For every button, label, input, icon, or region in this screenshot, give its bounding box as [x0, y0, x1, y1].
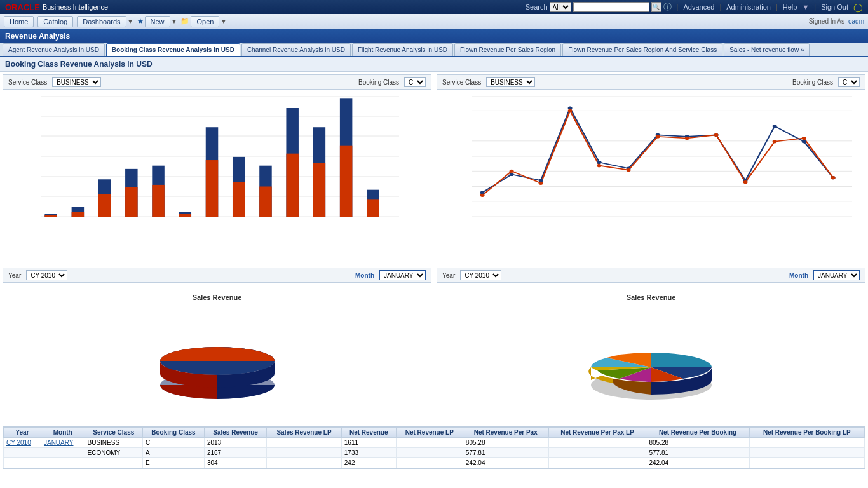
col-booking-class: Booking Class [142, 428, 204, 438]
table-row: CY 2010 JANUARY BUSINESS C 2013 1611 805… [4, 438, 865, 448]
tab-booking-class[interactable]: Booking Class Revenue Analysis in USD [106, 43, 240, 56]
left-chart-controls: Service Class BUSINESS Booking Class C [3, 75, 431, 90]
pie-charts-row: Sales Revenue [0, 285, 868, 424]
search-scope-select[interactable]: All [550, 2, 571, 12]
data-table-section: Year Month Service Class Booking Class S… [3, 426, 865, 469]
right-chart-controls: Service Class BUSINESS Booking Class C [437, 75, 865, 90]
svg-point-108 [802, 137, 806, 140]
table-row: E 304 242 242.04 242.04 [4, 458, 865, 468]
search-area: Search All 🔍 ⓘ [526, 1, 672, 13]
svg-rect-15 [44, 215, 57, 217]
revenue-title: Revenue Analysis [5, 32, 70, 41]
svg-point-95 [802, 140, 806, 143]
cell-service-class [85, 458, 142, 468]
svg-rect-39 [367, 199, 379, 217]
line-chart-svg: 0 500 1,000 1,500 2,000 2,500 3,000 3,50… [472, 96, 852, 217]
tab-flight-revenue[interactable]: Flight Revenue Analysis in USD [352, 43, 453, 56]
svg-point-85 [510, 173, 514, 176]
oracle-logo: ORACLE Business Intelligence [5, 3, 108, 12]
search-input[interactable] [573, 2, 649, 12]
left-pie-svg [147, 310, 287, 412]
cell-service-class: BUSINESS [85, 438, 142, 448]
svg-point-106 [743, 180, 748, 184]
col-net-rev-per-booking-lp: Net Revenue Per Booking LP [749, 428, 864, 438]
signed-in-label: Signed In As [809, 18, 844, 25]
col-net-rev-per-booking: Net Revenue Per Booking [646, 428, 749, 438]
signout-link[interactable]: Sign Out [821, 3, 848, 11]
advanced-link[interactable]: Advanced [683, 3, 714, 11]
search-label: Search [526, 3, 548, 11]
left-booking-class-select[interactable]: C [404, 77, 426, 87]
svg-rect-23 [152, 185, 164, 217]
left-chart-bottom-controls: Year CY 2010 Month JANUARY [3, 268, 431, 282]
open-dropdown[interactable]: 📁 Open ▼ [180, 16, 226, 27]
right-booking-class-select[interactable]: C [838, 77, 860, 87]
right-service-class-select[interactable]: BUSINESS [486, 77, 535, 87]
tab-flown-revenue[interactable]: Flown Revenue Per Sales Region [454, 43, 561, 56]
col-sales-revenue: Sales Revenue [204, 428, 266, 438]
open-button[interactable]: Open [191, 16, 219, 27]
new-button[interactable]: New [145, 16, 170, 27]
new-dropdown[interactable]: ★ New ▼ [137, 16, 177, 27]
svg-point-88 [597, 161, 602, 164]
svg-rect-29 [233, 182, 245, 217]
cell-service-class: ECONOMY [85, 448, 142, 458]
svg-rect-31 [259, 187, 271, 217]
cell-year[interactable]: CY 2010 [4, 438, 41, 448]
svg-rect-17 [72, 212, 84, 217]
table-row: ECONOMY A 2167 1733 577.81 577.81 [4, 448, 865, 458]
cell-sales-revenue-lp [267, 448, 342, 458]
svg-point-94 [773, 125, 777, 128]
svg-point-105 [714, 133, 719, 137]
col-net-rev-per-pax-lp: Net Revenue Per Pax LP [548, 428, 646, 438]
home-button[interactable]: Home [4, 16, 34, 27]
cell-net-revenue: 1611 [341, 438, 396, 448]
cell-net-rev-per-pax: 577.81 [463, 448, 548, 458]
col-net-revenue: Net Revenue [341, 428, 396, 438]
tab-channel-revenue[interactable]: Channel Revenue Analysis in USD [241, 43, 351, 56]
search-button[interactable]: 🔍 [651, 2, 661, 12]
tab-agent-revenue[interactable]: Agent Revenue Analysis in USD [3, 43, 105, 56]
cell-sales-revenue: 304 [204, 458, 266, 468]
help-icon[interactable]: ⓘ [663, 1, 672, 13]
tab-net-revenue[interactable]: Sales - Net revenue flow » [724, 43, 810, 56]
right-chart-panel: Service Class BUSINESS Booking Class C [437, 74, 865, 283]
bi-brand: Business Intelligence [43, 3, 108, 11]
col-year: Year [4, 428, 41, 438]
left-month-select[interactable]: JANUARY [379, 270, 426, 280]
right-chart-bottom-controls: Year CY 2010 Month JANUARY [437, 268, 865, 282]
cell-month [41, 448, 85, 458]
svg-point-99 [539, 182, 543, 185]
table-header-row: Year Month Service Class Booking Class S… [4, 428, 865, 438]
cell-booking-class: C [142, 438, 204, 448]
svg-rect-33 [286, 154, 298, 217]
right-month-select[interactable]: JANUARY [813, 270, 860, 280]
left-service-class-select[interactable]: BUSINESS [52, 77, 101, 87]
catalog-button[interactable]: Catalog [37, 16, 73, 27]
cell-net-revenue: 1733 [341, 448, 396, 458]
cell-month[interactable]: JANUARY [41, 438, 85, 448]
svg-point-104 [685, 137, 689, 140]
tab-flown-service[interactable]: Flown Revenue Per Sales Region And Servi… [562, 43, 722, 56]
dashboards-button[interactable]: Dashboards [77, 16, 126, 27]
administration-link[interactable]: Administration [726, 3, 771, 11]
left-chart-panel: Service Class BUSINESS Booking Class C [3, 74, 431, 283]
dashboards-dropdown[interactable]: Dashboards ▼ [77, 16, 133, 27]
svg-point-109 [831, 176, 836, 179]
cell-year [4, 458, 41, 468]
cell-month [41, 458, 85, 468]
svg-rect-35 [313, 163, 325, 217]
left-year-select[interactable]: CY 2010 [26, 270, 67, 280]
right-booking-class-label: Booking Class [792, 79, 833, 86]
data-table: Year Month Service Class Booking Class S… [3, 427, 865, 468]
cell-sales-revenue: 2167 [204, 448, 266, 458]
right-line-chart: 0 500 1,000 1,500 2,000 2,500 3,000 3,50… [437, 90, 865, 268]
top-navigation-bar: ORACLE Business Intelligence Search All … [0, 0, 868, 14]
right-year-select[interactable]: CY 2010 [460, 270, 501, 280]
cell-net-rev-per-booking-lp [749, 458, 864, 468]
svg-rect-21 [125, 187, 137, 217]
cell-net-revenue-lp [396, 458, 463, 468]
help-link[interactable]: Help [783, 3, 797, 11]
svg-rect-27 [206, 160, 218, 217]
cell-year [4, 448, 41, 458]
